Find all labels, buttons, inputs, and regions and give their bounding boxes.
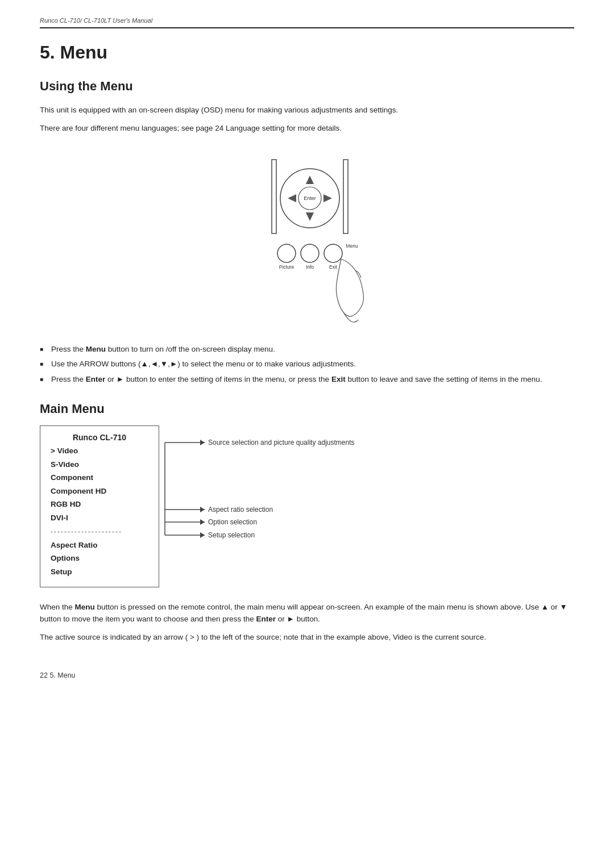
bullet-list: Press the Menu button to turn on /off th…: [40, 343, 574, 386]
using-menu-paragraph1: This unit is equipped with an on-screen …: [40, 104, 574, 116]
chapter-title: 5. Menu: [40, 42, 574, 63]
menu-item-component-hd: Component HD: [51, 485, 148, 498]
header-rule: [40, 27, 574, 28]
menu-item-setup: Setup: [51, 565, 148, 579]
menu-item-video: > Video: [51, 444, 148, 458]
menu-item-svideo: S-Video: [51, 458, 148, 471]
svg-marker-6: [288, 194, 296, 202]
menu-box-title: Runco CL-710: [51, 433, 148, 442]
svg-text:Picture: Picture: [279, 264, 294, 270]
svg-point-13: [324, 244, 342, 262]
svg-point-9: [277, 244, 296, 262]
bullet-2: Use the ARROW buttons (▲,◄,▼,►) to selec…: [40, 358, 574, 370]
main-menu-para2: The active source is indicated by an arr…: [40, 631, 574, 644]
svg-marker-18: [200, 440, 205, 445]
menu-box: Runco CL-710 > Video S-Video Component C…: [40, 425, 159, 587]
svg-rect-0: [272, 160, 276, 233]
menu-item-component: Component: [51, 471, 148, 485]
svg-point-11: [301, 244, 319, 262]
menu-item-options: Options: [51, 552, 148, 565]
menu-item-rgb-hd: RGB HD: [51, 498, 148, 511]
page-header: Runco CL-710/ CL-710LT User's Manual: [40, 17, 574, 24]
main-menu-section: Main Menu Runco CL-710 > Video S-Video C…: [40, 402, 574, 643]
menu-divider: ---------------------: [51, 525, 148, 539]
page-number: 22 5. Menu: [40, 671, 574, 679]
svg-marker-27: [200, 532, 205, 538]
svg-marker-7: [323, 194, 332, 202]
menu-item-aspect-ratio: Aspect Ratio: [51, 539, 148, 552]
menu-diagram: Runco CL-710 > Video S-Video Component C…: [40, 425, 574, 587]
svg-text:Source selection and picture q: Source selection and picture quality adj…: [208, 439, 354, 446]
menu-arrows: Source selection and picture quality adj…: [159, 425, 364, 556]
remote-diagram: Enter Picture Info Exit Menu: [40, 145, 574, 327]
section-title-main-menu: Main Menu: [40, 402, 574, 416]
section-title-using-menu: Using the Menu: [40, 79, 574, 94]
svg-marker-5: [306, 212, 314, 221]
svg-text:Info: Info: [306, 264, 314, 270]
svg-marker-4: [306, 176, 314, 184]
svg-marker-24: [200, 519, 205, 525]
using-menu-paragraph2: There are four different menu languages;…: [40, 122, 574, 135]
remote-svg: Enter Picture Info Exit Menu: [210, 145, 404, 327]
svg-rect-1: [343, 160, 348, 233]
svg-text:Setup selection: Setup selection: [208, 531, 255, 539]
arrows-svg: Source selection and picture quality adj…: [159, 425, 364, 556]
svg-text:Aspect ratio selection: Aspect ratio selection: [208, 506, 273, 514]
menu-item-dvi-i: DVI-I: [51, 511, 148, 525]
svg-marker-21: [200, 507, 205, 512]
svg-text:Menu: Menu: [346, 243, 358, 249]
bullet-1: Press the Menu button to turn on /off th…: [40, 343, 574, 356]
svg-text:Option selection: Option selection: [208, 518, 257, 526]
svg-text:Exit: Exit: [329, 264, 338, 270]
main-menu-para1: When the Menu button is pressed on the r…: [40, 601, 574, 625]
svg-text:Enter: Enter: [304, 195, 316, 201]
bullet-3: Press the Enter or ► button to enter the…: [40, 373, 574, 386]
